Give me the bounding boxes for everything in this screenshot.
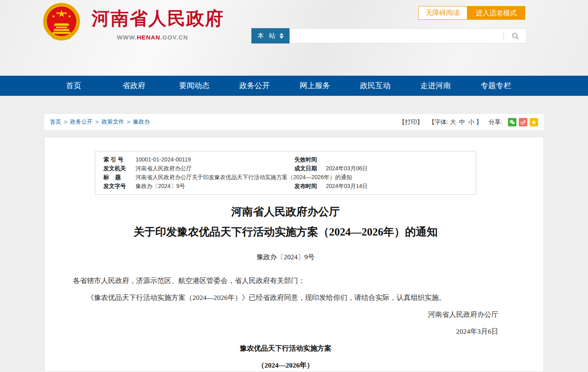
svg-text:★: ★ xyxy=(68,14,72,19)
spinner-arrows-icon xyxy=(280,33,284,39)
meta-label-title: 标 题 xyxy=(103,173,136,182)
document-title-line1: 河南省人民政府办公厅 xyxy=(73,202,498,222)
breadcrumb-separator: > xyxy=(127,119,130,125)
national-emblem-logo: ★ ★ ★ ★ ★ xyxy=(41,2,82,43)
nav-item-home[interactable]: 首页 xyxy=(43,76,104,96)
search-scope-dropdown[interactable]: 本 站 xyxy=(251,28,290,43)
site-header: ★ ★ ★ ★ ★ 河南省人民政府 WWW.HENAN.GOV.CN 无障碍阅读… xyxy=(0,0,588,76)
main-nav-items: 首页 省政府 要闻动态 政务公开 网上服务 政民互动 走进河南 专题专栏 xyxy=(43,76,526,96)
weibo-share-icon[interactable] xyxy=(519,118,527,126)
meta-label-issuing-agency: 发文机关 xyxy=(103,164,136,173)
print-button[interactable]: 【打印】 xyxy=(399,118,423,126)
site-url-suffix: .GOV.CN xyxy=(160,34,188,41)
wechat-share-icon[interactable] xyxy=(508,118,516,126)
meta-label-doc-number: 发文字号 xyxy=(103,182,136,190)
document-body-area: 河南省人民政府办公厅 关于印发豫农优品天下行活动实施方案（2024—2026年）… xyxy=(45,202,544,372)
font-size-large-button[interactable]: 大 xyxy=(450,118,456,126)
qzone-share-icon[interactable]: ★ xyxy=(530,118,538,126)
meta-value-issue-date: 2024年03月06日 xyxy=(326,164,476,173)
paragraph-notice: 《豫农优品天下行活动实施方案（2024—2026年）》已经省政府同意，现印发给你… xyxy=(73,289,498,306)
meta-row-issuing-agency: 发文机关 河南省人民政府办公厅 成文日期 2024年03月06日 xyxy=(95,164,476,173)
font-size-medium-button[interactable]: 中 xyxy=(459,118,465,126)
search-input-wrap xyxy=(290,28,527,43)
site-url-prefix: WWW. xyxy=(117,34,137,41)
search-button[interactable] xyxy=(504,29,526,43)
font-size-label-close: 】 xyxy=(476,118,482,126)
meta-value-issuing-agency: 河南省人民政府办公厅 xyxy=(136,164,294,173)
meta-label-index-number: 索 引 号 xyxy=(103,155,136,164)
nav-item-provincial-government[interactable]: 省政府 xyxy=(104,76,164,96)
nav-item-news[interactable]: 要闻动态 xyxy=(164,76,224,96)
accessible-reading-button[interactable]: 无障碍阅读 xyxy=(418,6,467,20)
site-identity: 河南省人民政府 WWW.HENAN.GOV.CN xyxy=(92,6,213,41)
meta-label-publish-time: 发布时间 xyxy=(294,182,326,190)
meta-label-expiry-time: 失效时间 xyxy=(294,155,326,164)
search-scope-label: 本 站 xyxy=(257,32,277,40)
page-toolbar: 【打印】 【字体: 大 中 小 】 分享: ★ xyxy=(399,118,538,126)
attachment-title-line1: 豫农优品天下行活动实施方案 xyxy=(73,340,498,357)
breadcrumb-separator: > xyxy=(64,119,67,125)
breadcrumb-current: 豫政办 xyxy=(133,118,150,126)
signature-agency: 河南省人民政府办公厅 xyxy=(73,306,498,323)
breadcrumb-separator: > xyxy=(95,119,99,125)
document-text: 各省辖市人民政府，济源示范区、航空港区管委会，省人民政府有关部门： 《豫农优品天… xyxy=(73,272,498,372)
site-url-highlight: HENAN xyxy=(137,34,160,41)
search-input[interactable] xyxy=(290,29,504,43)
nav-item-online-services[interactable]: 网上服务 xyxy=(285,76,345,96)
breadcrumb-home[interactable]: 首页 xyxy=(50,118,61,126)
meta-value-index-number: 10001-01-2024-00119 xyxy=(136,155,294,164)
document-title-line2: 关于印发豫农优品天下行活动实施方案（2024—2026年）的通知 xyxy=(73,222,498,242)
search-bar: 本 站 xyxy=(251,28,527,43)
main-nav: 首页 省政府 要闻动态 政务公开 网上服务 政民互动 走进河南 专题专栏 xyxy=(0,76,588,96)
meta-label-issue-date: 成文日期 xyxy=(294,164,326,173)
header-mode-buttons: 无障碍阅读 进入适老模式 xyxy=(418,6,525,20)
article-container: 索 引 号 10001-01-2024-00119 失效时间 发文机关 河南省人… xyxy=(44,137,544,372)
search-icon xyxy=(512,32,519,40)
site-url: WWW.HENAN.GOV.CN xyxy=(92,34,213,41)
font-size-label: 【字体: xyxy=(429,118,448,126)
meta-row-index: 索 引 号 10001-01-2024-00119 失效时间 xyxy=(95,155,476,164)
share-label: 分享: xyxy=(489,118,502,126)
nav-item-interaction[interactable]: 政民互动 xyxy=(345,76,405,96)
nav-item-about-henan[interactable]: 走进河南 xyxy=(405,76,466,96)
font-size-small-button[interactable]: 小 xyxy=(469,118,475,126)
meta-value-title: 河南省人民政府办公厅关于印发豫农优品天下行活动实施方案（2024—2026年）的… xyxy=(136,173,476,182)
meta-value-doc-number: 豫政办〔2024〕9号 xyxy=(136,182,294,190)
nav-item-government-affairs[interactable]: 政务公开 xyxy=(224,76,285,96)
breadcrumb-policy-documents[interactable]: 政策文件 xyxy=(101,118,124,126)
meta-value-expiry-time xyxy=(326,155,476,164)
document-meta-table: 索 引 号 10001-01-2024-00119 失效时间 发文机关 河南省人… xyxy=(95,151,476,195)
attachment-title-line2: （2024—2026年） xyxy=(73,357,498,372)
document-number: 豫政办〔2024〕9号 xyxy=(73,252,498,262)
signature-date: 2024年3月6日 xyxy=(73,323,498,340)
meta-row-title: 标 题 河南省人民政府办公厅关于印发豫农优品天下行活动实施方案（2024—202… xyxy=(95,173,476,182)
meta-row-doc-number: 发文字号 豫政办〔2024〕9号 发布时间 2024年03月14日 xyxy=(95,182,476,190)
breadcrumb-strip: 首页 > 政务公开 > 政策文件 > 豫政办 【打印】 【字体: 大 中 小 】… xyxy=(44,114,544,130)
svg-text:★: ★ xyxy=(52,14,56,19)
meta-value-publish-time: 2024年03月14日 xyxy=(326,182,476,190)
elder-mode-button[interactable]: 进入适老模式 xyxy=(467,6,525,20)
svg-text:★: ★ xyxy=(56,11,60,15)
nav-item-special-topics[interactable]: 专题专栏 xyxy=(466,76,526,96)
svg-text:★: ★ xyxy=(64,11,68,15)
site-title: 河南省人民政府 xyxy=(92,6,213,31)
breadcrumb-government-affairs[interactable]: 政务公开 xyxy=(70,118,93,126)
paragraph-recipients: 各省辖市人民政府，济源示范区、航空港区管委会，省人民政府有关部门： xyxy=(73,272,498,289)
